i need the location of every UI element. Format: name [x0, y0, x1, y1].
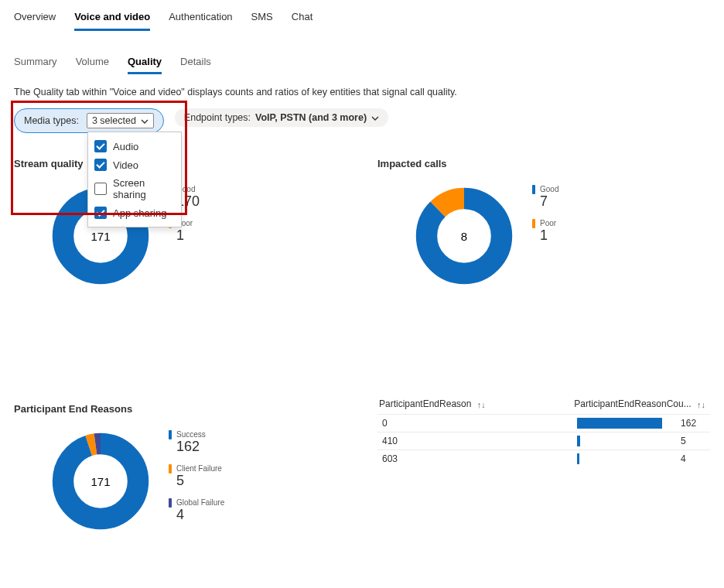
impacted-calls-legend: Good7Poor1 [532, 185, 558, 253]
subnav-tab-volume[interactable]: Volume [76, 53, 109, 74]
legend-color-tick [532, 185, 535, 194]
legend-label: Poor [540, 220, 556, 227]
participant-end-reasons-donut[interactable]: 171 [51, 432, 150, 531]
primary-nav: OverviewVoice and videoAuthenticationSMS… [14, 8, 710, 31]
legend-label: Good [540, 186, 558, 193]
media-types-filter[interactable]: Media types: 3 selected [14, 108, 164, 133]
impacted-calls-card: Impacted calls 8 Good7Poor1 [377, 133, 710, 285]
participant-end-reasons-total: 171 [51, 432, 150, 531]
subnav-tab-quality[interactable]: Quality [128, 53, 162, 74]
legend-value: 5 [176, 473, 224, 489]
impacted-calls-donut[interactable]: 8 [415, 186, 514, 285]
cell-count: 162 [676, 415, 710, 432]
impacted-calls-title: Impacted calls [377, 158, 710, 169]
media-types-dropdown: AudioVideoScreen sharingApp sharing [87, 132, 182, 227]
checkbox-icon [94, 140, 107, 152]
participant-end-reasons-title: Participant End Reasons [14, 403, 347, 415]
subnav-tab-details[interactable]: Details [180, 53, 211, 74]
table-header-reason[interactable]: ParticipantEndReason ↑↓ [377, 395, 572, 415]
legend-label: Success [176, 431, 206, 439]
media-option-label: Audio [113, 141, 138, 152]
sort-icon: ↑↓ [477, 400, 486, 409]
media-types-selected: 3 selected [92, 115, 136, 126]
table-header-count[interactable]: ParticipantEndReasonCou... ↑↓ [572, 395, 710, 415]
table-row[interactable]: 6034 [377, 450, 710, 468]
table-row[interactable]: 4105 [377, 432, 710, 450]
legend-item: Global Failure4 [169, 498, 224, 523]
cell-reason: 603 [377, 450, 572, 468]
media-option-app-sharing[interactable]: App sharing [94, 203, 175, 222]
legend-item: Poor1 [532, 219, 558, 244]
cell-bar [572, 450, 676, 468]
legend-value: 7 [540, 194, 558, 210]
nav-tab-sms[interactable]: SMS [251, 8, 273, 31]
cell-bar [572, 415, 676, 432]
media-option-screen-sharing[interactable]: Screen sharing [94, 174, 175, 203]
checkbox-icon [94, 207, 107, 219]
cell-count: 5 [676, 432, 710, 450]
checkbox-icon [94, 183, 107, 195]
endpoint-types-filter[interactable]: Endpoint types: VoIP, PSTN (and 3 more) [175, 108, 388, 127]
legend-item: Success162 [169, 430, 224, 455]
legend-value: 1 [176, 228, 200, 244]
media-option-label: Video [113, 159, 138, 171]
nav-tab-chat[interactable]: Chat [292, 8, 312, 31]
cell-bar [572, 432, 676, 450]
quality-description: The Quality tab within "Voice and video"… [14, 87, 710, 97]
sort-icon: ↑↓ [697, 400, 705, 409]
legend-item: Client Failure5 [169, 464, 224, 489]
legend-value: 1 [540, 228, 558, 244]
participant-end-reasons-legend: Success162Client Failure5Global Failure4 [169, 430, 224, 532]
checkbox-icon [94, 159, 107, 171]
secondary-nav: SummaryVolumeQualityDetails [14, 53, 710, 74]
cell-reason: 410 [377, 432, 572, 450]
media-option-video[interactable]: Video [94, 156, 175, 174]
legend-label: Client Failure [176, 465, 222, 473]
nav-tab-voice-and-video[interactable]: Voice and video [74, 8, 150, 31]
legend-value: 162 [176, 439, 224, 455]
legend-color-tick [169, 464, 172, 473]
legend-color-tick [532, 219, 535, 228]
media-option-audio[interactable]: Audio [94, 137, 175, 156]
filter-row: Media types: 3 selected AudioVideoScreen… [14, 108, 710, 133]
media-types-label: Media types: [24, 115, 79, 126]
endpoint-types-value: VoIP, PSTN (and 3 more) [255, 112, 367, 123]
legend-color-tick [169, 430, 172, 439]
media-types-selectbox[interactable]: 3 selected [87, 113, 154, 128]
legend-label: Global Failure [176, 499, 224, 507]
media-option-label: Screen sharing [113, 177, 175, 200]
participant-end-reasons-card: Participant End Reasons 171 Success162Cl… [14, 378, 347, 532]
media-option-label: App sharing [113, 207, 166, 219]
nav-tab-overview[interactable]: Overview [14, 8, 56, 31]
legend-item: Good7 [532, 185, 558, 210]
endpoint-types-label: Endpoint types: [184, 112, 251, 123]
impacted-calls-total: 8 [415, 186, 514, 285]
cell-reason: 0 [377, 415, 572, 432]
end-reason-table-card: ParticipantEndReason ↑↓ ParticipantEndRe… [377, 395, 710, 532]
cell-count: 4 [676, 450, 710, 468]
table-row[interactable]: 0162 [377, 415, 710, 432]
end-reason-table: ParticipantEndReason ↑↓ ParticipantEndRe… [377, 395, 710, 467]
nav-tab-authentication[interactable]: Authentication [169, 8, 232, 31]
chevron-down-icon [141, 117, 149, 125]
legend-value: 4 [176, 508, 224, 523]
legend-color-tick [169, 498, 172, 508]
chevron-down-icon [371, 114, 379, 121]
subnav-tab-summary[interactable]: Summary [14, 53, 57, 74]
